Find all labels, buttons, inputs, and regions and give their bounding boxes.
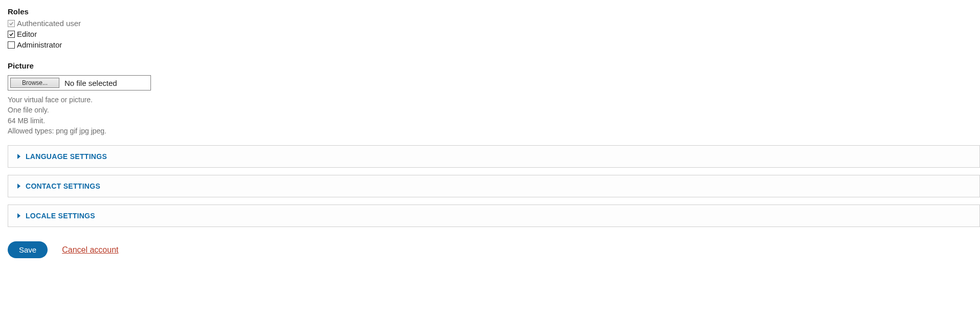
picture-hint: 64 MB limit. [8,116,980,126]
file-input[interactable]: Browse... No file selected [8,75,151,90]
role-row-authenticated: Authenticated user [8,19,980,28]
save-button[interactable]: Save [8,241,48,258]
roles-heading: Roles [8,7,980,16]
details-title: CONTACT SETTINGS [26,182,100,190]
details-contact-settings[interactable]: CONTACT SETTINGS [8,175,980,197]
role-label: Authenticated user [17,19,81,28]
caret-right-icon [17,154,20,159]
role-row-administrator: Administrator [8,40,980,49]
picture-hint: Allowed types: png gif jpg jpeg. [8,126,980,136]
browse-button[interactable]: Browse... [10,78,59,88]
form-actions: Save Cancel account [8,241,980,258]
details-locale-settings[interactable]: LOCALE SETTINGS [8,205,980,227]
role-label: Editor [17,30,37,38]
checkbox-administrator[interactable] [8,41,15,49]
caret-right-icon [17,213,20,218]
picture-section: Picture Browse... No file selected Your … [8,61,980,136]
details-title: LANGUAGE SETTINGS [26,152,107,161]
picture-hint: One file only. [8,105,980,115]
file-status-text: No file selected [64,79,117,87]
role-row-editor: Editor [8,30,980,38]
details-language-settings[interactable]: LANGUAGE SETTINGS [8,145,980,168]
checkbox-authenticated-user [8,20,15,27]
caret-right-icon [17,184,20,189]
cancel-account-link[interactable]: Cancel account [62,245,118,255]
details-title: LOCALE SETTINGS [26,212,95,220]
roles-section: Roles Authenticated user Editor Administ… [8,7,980,49]
picture-hint: Your virtual face or picture. [8,95,980,105]
picture-heading: Picture [8,61,980,70]
role-label: Administrator [17,40,62,49]
checkbox-editor[interactable] [8,31,15,38]
